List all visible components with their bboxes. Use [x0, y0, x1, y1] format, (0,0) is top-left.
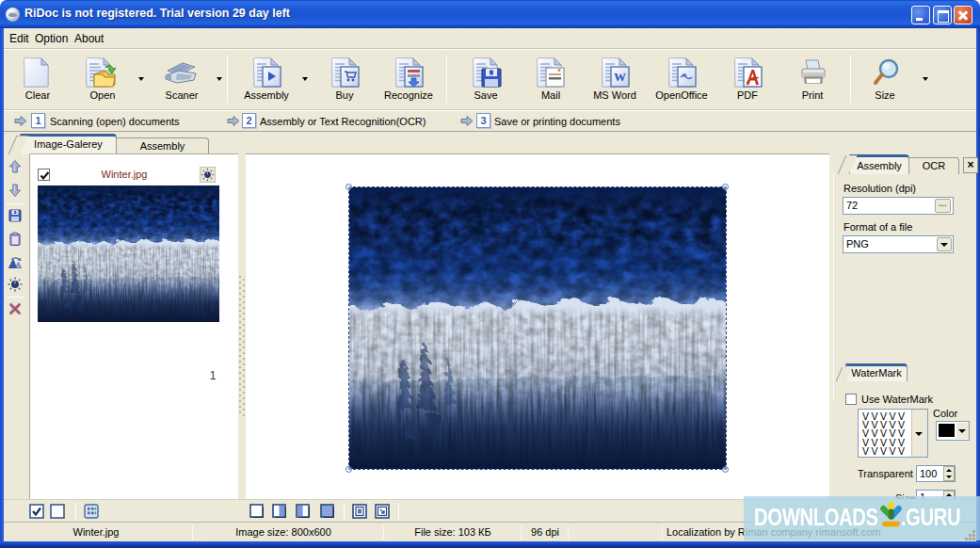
- svg-text:W: W: [614, 70, 626, 84]
